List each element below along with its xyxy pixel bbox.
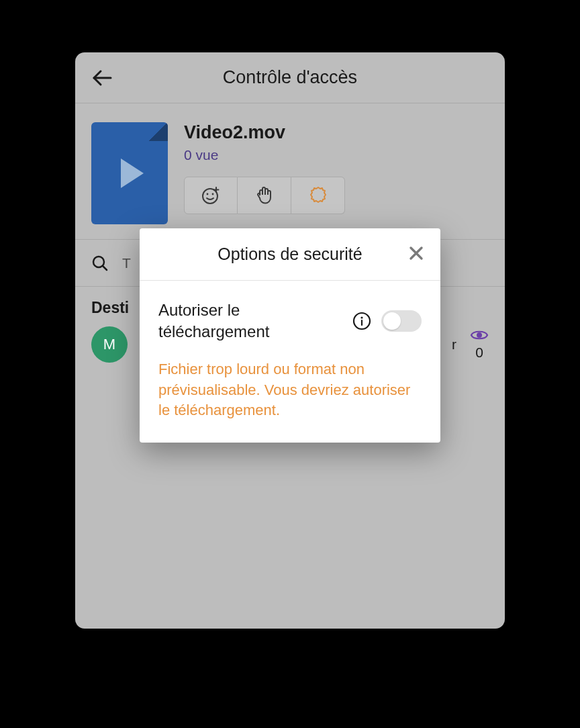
security-options-modal: Options de securité Autoriser le télécha… [140,228,440,443]
close-icon [408,245,424,261]
svg-point-6 [360,317,362,319]
modal-body: Autoriser le téléchargement Fichier trop… [140,281,440,443]
download-toggle-label: Autoriser le téléchargement [158,300,342,343]
download-toggle[interactable] [381,310,422,332]
close-button[interactable] [404,241,428,268]
download-warning: Fichier trop lourd ou format non prévisu… [158,359,422,421]
toggle-knob [383,312,401,330]
download-toggle-row: Autoriser le téléchargement [158,300,422,343]
modal-header: Options de securité [140,228,440,281]
modal-overlay: Options de securité Autoriser le télécha… [0,0,580,728]
info-button[interactable] [350,310,373,332]
modal-title: Options de securité [218,244,362,264]
info-icon [352,311,372,331]
